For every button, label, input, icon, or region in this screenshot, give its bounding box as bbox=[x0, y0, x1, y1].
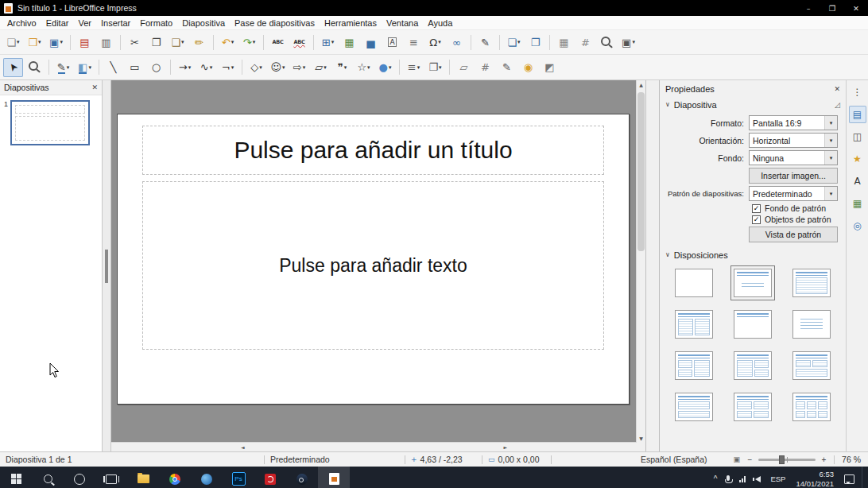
slide-thumbnail[interactable] bbox=[10, 100, 90, 145]
open-file-icon[interactable]: ❒▾ bbox=[25, 33, 45, 52]
close-button[interactable]: ✕ bbox=[844, 0, 868, 16]
layout-centered-text[interactable] bbox=[792, 310, 831, 339]
new-document-icon[interactable]: ❏▾ bbox=[3, 33, 23, 52]
checkbox-box[interactable]: ✓ bbox=[752, 215, 761, 224]
menu-diapositiva[interactable]: Diapositiva bbox=[177, 18, 230, 28]
start-button[interactable] bbox=[0, 467, 32, 488]
vertical-scroll-track[interactable] bbox=[637, 89, 645, 434]
tab-navigator-icon[interactable]: ◎ bbox=[849, 217, 866, 234]
format-select[interactable]: Pantalla 16:9 ▾ bbox=[749, 115, 838, 130]
shadow-icon[interactable]: ▱ bbox=[454, 58, 474, 77]
layout-title-content-and-2-content[interactable] bbox=[734, 351, 772, 380]
auto-spellcheck-icon[interactable]: ABC bbox=[289, 33, 309, 52]
slide-page[interactable]: Pulse para añadir un título Pulse para a… bbox=[117, 114, 630, 405]
block-arrows-icon[interactable]: ⇨▾ bbox=[289, 58, 309, 77]
file-explorer-button[interactable] bbox=[127, 467, 159, 488]
master-slide-select[interactable]: Predeterminado ▾ bbox=[749, 186, 838, 201]
title-placeholder[interactable]: Pulse para añadir un título bbox=[142, 126, 604, 175]
master-slide-name[interactable]: Predeterminado bbox=[265, 455, 405, 464]
callouts-icon[interactable]: ❞▾ bbox=[332, 58, 352, 77]
snap-guides-icon[interactable]: # bbox=[575, 33, 595, 52]
insert-image-icon[interactable]: ▦ bbox=[339, 33, 359, 52]
content-placeholder[interactable]: Pulse para añadir texto bbox=[142, 181, 604, 350]
slides-panel-splitter[interactable] bbox=[103, 80, 111, 451]
insert-text-box-icon[interactable]: A bbox=[382, 33, 402, 52]
flowchart-icon[interactable]: ▱▾ bbox=[311, 58, 331, 77]
splitter-grip[interactable] bbox=[105, 250, 108, 283]
edit-points-icon[interactable]: ✎ bbox=[497, 58, 517, 77]
display-grid-icon[interactable]: ▦ bbox=[554, 33, 574, 52]
blue-app-button[interactable] bbox=[191, 467, 223, 488]
zoom-slider-thumb[interactable] bbox=[779, 455, 785, 464]
stars-banners-icon[interactable]: ☆▾ bbox=[354, 58, 374, 77]
properties-close-icon[interactable]: ✕ bbox=[834, 85, 840, 93]
select-icon[interactable]: ➤ bbox=[3, 58, 23, 77]
menu-ayuda[interactable]: Ayuda bbox=[423, 18, 457, 28]
master-view-button[interactable]: Vista de patrón bbox=[749, 227, 838, 242]
layout-title-4-content[interactable] bbox=[734, 393, 772, 421]
slide-section-header[interactable]: ∨ Diapositiva ◿ bbox=[660, 97, 846, 112]
scroll-down-icon[interactable]: ▼ bbox=[637, 434, 645, 443]
layouts-section-header[interactable]: ∨ Disposiciones bbox=[660, 247, 846, 262]
header-footer-icon[interactable]: ≡ bbox=[404, 33, 424, 52]
acrobat-button[interactable] bbox=[254, 467, 286, 488]
chrome-button[interactable] bbox=[159, 467, 191, 488]
layout-blank[interactable] bbox=[675, 269, 713, 297]
volume-tray-button[interactable] bbox=[755, 476, 761, 482]
arrange-icon[interactable]: ❐▾ bbox=[425, 58, 445, 77]
insert-line-icon[interactable]: ╲ bbox=[103, 58, 123, 77]
layout-title-2-content-and-content[interactable] bbox=[675, 351, 713, 380]
scroll-right-icon[interactable]: ► bbox=[374, 443, 637, 451]
search-button[interactable] bbox=[32, 467, 64, 488]
layout-title-content-box[interactable] bbox=[792, 269, 831, 297]
layout-title-6-content[interactable] bbox=[792, 393, 831, 421]
basic-shapes-icon[interactable]: ◇▾ bbox=[246, 58, 266, 77]
minimize-button[interactable]: – bbox=[796, 0, 820, 16]
hidden-icons-button[interactable]: ^ bbox=[714, 474, 718, 483]
spelling-icon[interactable]: ABC bbox=[268, 33, 288, 52]
connectors-icon[interactable]: ¬▾ bbox=[218, 58, 238, 77]
layout-title-2-content-over-content[interactable] bbox=[792, 351, 831, 380]
sidebar-settings-icon[interactable]: ⋮ bbox=[849, 86, 866, 98]
horizontal-scrollbar[interactable]: ◄ ► bbox=[111, 442, 637, 451]
dropdown-arrow-icon[interactable]: ▾ bbox=[824, 151, 837, 165]
taskbar-clock[interactable]: 6:53 14/01/2021 bbox=[796, 470, 834, 488]
dropdown-arrow-icon[interactable]: ▾ bbox=[824, 116, 837, 130]
impress-taskbar-button[interactable] bbox=[318, 467, 350, 488]
photoshop-button[interactable]: Ps bbox=[223, 467, 254, 488]
background-select[interactable]: Ninguna ▾ bbox=[749, 150, 838, 165]
layout-title-and-2-content[interactable] bbox=[675, 310, 713, 339]
rectangle-icon[interactable]: ▭ bbox=[125, 58, 145, 77]
dropdown-arrow-icon[interactable]: ▾ bbox=[824, 134, 837, 147]
tab-styles-icon[interactable]: A bbox=[849, 172, 866, 190]
3d-objects-icon[interactable]: ●▾ bbox=[375, 58, 395, 77]
language-indicator[interactable]: ESP bbox=[770, 474, 785, 483]
steam-button[interactable] bbox=[286, 467, 318, 488]
vertical-scrollbar[interactable]: ▲ ▼ bbox=[636, 80, 645, 443]
zoom-pan-icon[interactable] bbox=[25, 58, 45, 77]
zoom-icon[interactable] bbox=[597, 33, 617, 52]
dropdown-arrow-icon[interactable]: ▾ bbox=[824, 187, 837, 200]
layout-title-content-over-content[interactable] bbox=[675, 393, 713, 421]
hyperlink-icon[interactable]: ∞ bbox=[447, 33, 467, 52]
save-icon[interactable]: ▣▾ bbox=[46, 33, 66, 52]
tab-slide-transition-icon[interactable]: ◫ bbox=[849, 128, 866, 145]
fit-slide-icon[interactable]: ▣ bbox=[733, 455, 740, 463]
zoom-out-button[interactable]: − bbox=[746, 455, 754, 464]
master-background-checkbox[interactable]: ✓ Fondo de patrón bbox=[752, 203, 838, 213]
master-objects-checkbox[interactable]: ✓ Objetos de patrón bbox=[752, 215, 838, 224]
insert-table-icon[interactable]: ⊞▾ bbox=[318, 33, 338, 52]
menu-herramientas[interactable]: Herramientas bbox=[320, 18, 382, 28]
slides-panel-close-icon[interactable]: ✕ bbox=[91, 83, 98, 91]
curves-polygons-icon[interactable]: ∿▾ bbox=[196, 58, 216, 77]
cut-icon[interactable]: ✂ bbox=[125, 33, 145, 52]
insert-chart-icon[interactable]: ▅ bbox=[361, 33, 381, 52]
scroll-up-icon[interactable]: ▲ bbox=[637, 80, 645, 89]
redo-icon[interactable]: ↷▾ bbox=[239, 33, 259, 52]
crop-icon[interactable]: # bbox=[475, 58, 495, 77]
master-slide-icon[interactable]: ▣▾ bbox=[618, 33, 638, 52]
layout-title-content[interactable] bbox=[734, 269, 772, 297]
duplicate-slide-icon[interactable]: ❐ bbox=[525, 33, 545, 52]
scroll-left-icon[interactable]: ◄ bbox=[111, 443, 374, 451]
new-slide-icon[interactable]: ❏▾ bbox=[504, 33, 524, 52]
